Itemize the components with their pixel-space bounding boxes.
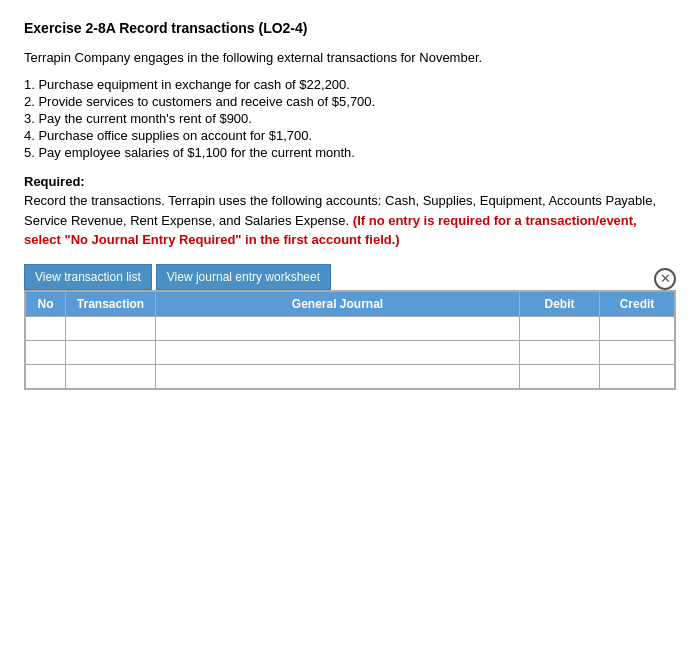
list-item: 2. Provide services to customers and rec… — [24, 94, 676, 109]
table-cell[interactable] — [26, 364, 66, 388]
table-row — [26, 364, 675, 388]
table-cell[interactable] — [520, 364, 600, 388]
table-cell[interactable] — [520, 340, 600, 364]
toolbar-area: View transaction list View journal entry… — [24, 264, 676, 290]
view-journal-button[interactable]: View journal entry worksheet — [156, 264, 331, 290]
table-cell[interactable] — [600, 364, 675, 388]
table-cell[interactable] — [66, 316, 156, 340]
required-label: Required: — [24, 174, 85, 189]
list-item: 4. Purchase office supplies on account f… — [24, 128, 676, 143]
table-cell[interactable] — [600, 340, 675, 364]
transaction-list: 1. Purchase equipment in exchange for ca… — [24, 77, 676, 160]
table-row — [26, 340, 675, 364]
journal-table-container: No Transaction General Journal Debit Cre… — [24, 290, 676, 390]
table-body — [26, 316, 675, 388]
list-item: 3. Pay the current month's rent of $900. — [24, 111, 676, 126]
table-cell[interactable] — [156, 340, 520, 364]
exercise-title: Exercise 2-8A Record transactions (LO2-4… — [24, 20, 676, 36]
table-cell[interactable] — [520, 316, 600, 340]
table-cell[interactable] — [66, 364, 156, 388]
table-cell[interactable] — [156, 316, 520, 340]
required-text: Record the transactions. Terrapin uses t… — [24, 191, 676, 250]
required-section: Required: Record the transactions. Terra… — [24, 174, 676, 250]
header-debit: Debit — [520, 291, 600, 316]
header-credit: Credit — [600, 291, 675, 316]
header-no: No — [26, 291, 66, 316]
table-cell[interactable] — [26, 340, 66, 364]
table-cell[interactable] — [66, 340, 156, 364]
header-general-journal: General Journal — [156, 291, 520, 316]
table-cell[interactable] — [600, 316, 675, 340]
view-transaction-button[interactable]: View transaction list — [24, 264, 152, 290]
table-cell[interactable] — [26, 316, 66, 340]
close-icon[interactable]: ✕ — [654, 268, 676, 290]
header-transaction: Transaction — [66, 291, 156, 316]
list-item: 1. Purchase equipment in exchange for ca… — [24, 77, 676, 92]
intro-text: Terrapin Company engages in the followin… — [24, 50, 676, 65]
button-row: View transaction list View journal entry… — [24, 264, 331, 290]
table-header-row: No Transaction General Journal Debit Cre… — [26, 291, 675, 316]
list-item: 5. Pay employee salaries of $1,100 for t… — [24, 145, 676, 160]
journal-table: No Transaction General Journal Debit Cre… — [25, 291, 675, 389]
table-cell[interactable] — [156, 364, 520, 388]
table-row — [26, 316, 675, 340]
